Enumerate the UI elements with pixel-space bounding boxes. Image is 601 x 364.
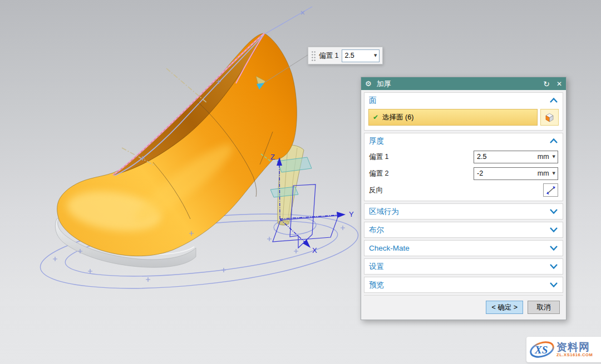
checkmate-group: Check-Mate: [364, 240, 563, 256]
preview-section-header[interactable]: 预览: [364, 277, 563, 292]
select-face-row[interactable]: ✔ 选择面 (6): [368, 109, 538, 126]
shoe-model[interactable]: [57, 33, 297, 256]
face-section-header[interactable]: 面: [364, 93, 563, 108]
dialog-body: 面 ✔ 选择面 (6): [361, 90, 566, 320]
face-content-row: ✔ 选择面 (6): [364, 108, 563, 130]
chevron-down-icon[interactable]: [549, 227, 558, 233]
reverse-direction-button[interactable]: [543, 183, 558, 197]
watermark-logo: XS: [529, 339, 555, 360]
chevron-down-icon[interactable]: [549, 208, 558, 215]
boolean-title: 布尔: [369, 225, 384, 235]
thickness-section-title: 厚度: [369, 136, 384, 146]
settings-section-header[interactable]: 设置: [364, 259, 563, 274]
offset2-input[interactable]: [474, 169, 538, 177]
chevron-down-icon[interactable]: [549, 263, 558, 270]
z-axis-label: Z: [270, 153, 275, 161]
preview-title: 预览: [369, 280, 384, 290]
watermark-logo-text: XS: [534, 344, 548, 356]
chevron-down-icon[interactable]: [549, 282, 558, 288]
face-group: 面 ✔ 选择面 (6): [364, 92, 563, 131]
dialog-titlebar[interactable]: ⚙ 加厚 ↻ ✕: [361, 77, 566, 90]
reverse-row: 反向: [364, 182, 563, 198]
preview-group: 预览: [364, 277, 563, 293]
offset1-input[interactable]: [474, 153, 538, 161]
dialog-footer: < 确定 > 取消: [364, 295, 563, 320]
boolean-group: 布尔: [364, 222, 563, 238]
mini-offset-input[interactable]: [342, 52, 372, 59]
checkmate-section-header[interactable]: Check-Mate: [364, 241, 563, 256]
reset-icon[interactable]: ↻: [543, 79, 550, 88]
select-face-label: 选择面 (6): [382, 113, 413, 122]
gear-icon: ⚙: [365, 79, 372, 88]
x-axis-arrow: [303, 240, 311, 248]
region-behavior-group: 区域行为: [364, 203, 563, 220]
reverse-direction-icon: [546, 186, 556, 195]
drag-handle[interactable]: [311, 50, 316, 61]
thickness-section-header[interactable]: 厚度: [364, 133, 563, 148]
offset2-unit: mm: [538, 169, 550, 177]
cube-icon: [544, 112, 555, 123]
mini-offset-field: ▼: [342, 49, 380, 62]
offset1-row: 偏置 1 mm ▼: [364, 148, 563, 165]
mini-dropdown-arrow-icon[interactable]: ▼: [372, 54, 379, 58]
y-axis-label: Y: [349, 210, 354, 218]
thickness-group: 厚度 偏置 1 mm ▼ 偏置 2 mm ▼: [364, 133, 563, 201]
settings-group: 设置: [364, 258, 563, 275]
watermark-site-url: ZL.XS1616.COM: [556, 352, 593, 357]
watermark-site-name: 资料网: [556, 342, 590, 353]
chevron-up-icon[interactable]: [549, 97, 558, 103]
offset1-field: mm ▼: [474, 151, 558, 163]
offset-mini-toolbar: 偏置 1 ▼: [308, 47, 383, 64]
offset2-label: 偏置 2: [369, 169, 388, 178]
cancel-button[interactable]: 取消: [528, 301, 560, 314]
settings-title: 设置: [369, 262, 384, 272]
x-axis[interactable]: [280, 219, 304, 242]
ok-button[interactable]: < 确定 >: [486, 301, 523, 314]
offset1-dropdown-arrow-icon[interactable]: ▼: [550, 155, 558, 159]
chevron-down-icon[interactable]: [549, 245, 558, 251]
offset2-dropdown-arrow-icon[interactable]: ▼: [550, 172, 558, 176]
check-icon: ✔: [373, 113, 378, 121]
reverse-label: 反向: [369, 186, 383, 195]
mini-offset-label: 偏置 1: [319, 51, 338, 61]
region-behavior-section-header[interactable]: 区域行为: [364, 204, 563, 219]
offset2-field: mm ▼: [474, 167, 558, 180]
offset1-label: 偏置 1: [369, 152, 388, 162]
chevron-up-icon[interactable]: [549, 138, 558, 144]
offset2-row: 偏置 2 mm ▼: [364, 165, 563, 182]
checkmate-title: Check-Mate: [369, 244, 410, 252]
face-rule-button[interactable]: [540, 109, 559, 126]
watermark-badge: XS 资料网 ZL.XS1616.COM: [526, 337, 601, 362]
close-icon[interactable]: ✕: [556, 80, 562, 88]
boolean-section-header[interactable]: 布尔: [364, 222, 563, 237]
offset1-unit: mm: [538, 153, 550, 161]
x-axis-label: X: [312, 246, 317, 255]
sketch-guide-line[interactable]: [265, 7, 312, 34]
y-axis-arrow: [337, 212, 346, 218]
face-section-title: 面: [369, 96, 377, 106]
thicken-dialog: ⚙ 加厚 ↻ ✕ 面 ✔ 选择面 (6): [361, 77, 566, 320]
region-behavior-title: 区域行为: [369, 207, 399, 217]
dialog-title: 加厚: [377, 79, 544, 89]
